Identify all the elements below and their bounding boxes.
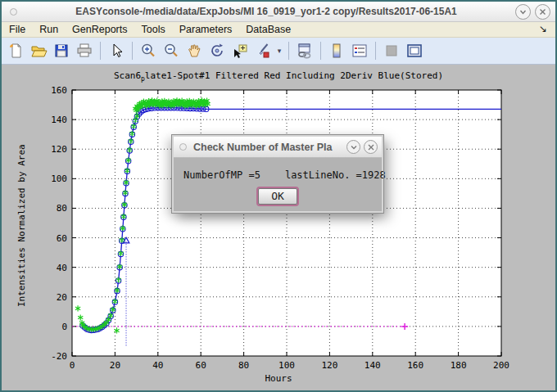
dialog-close-button[interactable] (364, 140, 378, 154)
open-file-button[interactable] (28, 40, 49, 61)
y-tick-label: 100 (51, 173, 67, 184)
x-tick-label: 160 (407, 360, 423, 371)
menu-tools[interactable]: Tools (142, 24, 165, 35)
y-tick-label: 20 (57, 292, 67, 303)
new-file-button[interactable] (5, 40, 26, 61)
dock-figure-button[interactable] (404, 40, 425, 61)
x-tick-label: 200 (493, 360, 509, 371)
x-tick-label: 40 (152, 360, 163, 371)
hide-plot-tools-icon (383, 42, 401, 60)
x-tick-label: 140 (365, 360, 381, 371)
edit-pointer-button[interactable] (106, 40, 127, 61)
menu-database[interactable]: DataBase (246, 24, 291, 35)
pointer-icon (107, 42, 125, 60)
print-icon (75, 42, 93, 60)
y-tick-label: -20 (51, 351, 67, 362)
hide-plot-tools-button (381, 40, 402, 61)
check-master-plates-dialog: Check Number of Master Pla NumberOfMP =5… (172, 135, 383, 213)
dialog-title-bar[interactable]: Check Number of Master Pla (174, 137, 382, 158)
ok-button[interactable]: OK (258, 188, 297, 205)
dialog-window-menu-icon[interactable] (179, 143, 187, 151)
zoom-in-button[interactable] (138, 40, 159, 61)
dialog-message-left: NumberOfMP =5 (183, 169, 260, 181)
y-tick-label: 60 (57, 233, 67, 244)
y-tick-label: 40 (57, 263, 67, 273)
data-cursor-button[interactable] (229, 40, 251, 61)
close-icon (367, 143, 375, 151)
close-button[interactable] (535, 4, 550, 20)
menu-file[interactable]: File (9, 24, 25, 35)
insert-legend-icon (351, 42, 369, 60)
pan-button[interactable] (183, 40, 205, 61)
plot-canvas[interactable]: 020406080100120140160180200-200204060801… (2, 66, 555, 390)
open-file-icon (29, 42, 48, 60)
toolbar-separator (375, 42, 376, 60)
dialog-message: NumberOfMP =5 lastLineNo. =1928 (183, 169, 372, 181)
x-tick-label: 80 (238, 360, 249, 371)
dialog-shade-button[interactable] (346, 140, 360, 154)
zoom-out-button[interactable] (161, 40, 182, 61)
link-plots-button[interactable] (294, 40, 315, 61)
zoom-out-icon (162, 42, 180, 60)
app-window: EASYconsole-/media/data/ExpJobs/MI 16_09… (0, 0, 557, 392)
insert-legend-button[interactable] (349, 40, 370, 61)
x-tick-label: 180 (451, 360, 467, 371)
dock-figure-icon (405, 42, 423, 60)
dialog-title: Check Number of Master Pla (193, 142, 346, 153)
save-button[interactable] (51, 40, 72, 61)
toolbar-separator (320, 42, 321, 60)
chevron-down-icon (519, 7, 528, 16)
insert-colorbar-button[interactable] (326, 40, 347, 61)
print-button[interactable] (74, 40, 95, 61)
insert-colorbar-icon (328, 42, 346, 60)
chevron-down-icon (350, 143, 358, 151)
x-tick-label: 0 (70, 360, 75, 371)
zoom-in-icon (139, 42, 157, 60)
toolbar-separator (100, 42, 101, 60)
y-tick-label: 120 (51, 144, 67, 155)
menu-genreports[interactable]: GenReports (72, 24, 127, 35)
figure-area: Scan6plate1-Spot#1 Filtered Red Includin… (2, 66, 555, 390)
x-tick-label: 120 (321, 360, 337, 371)
close-icon (538, 7, 547, 16)
y-tick-label: 80 (57, 203, 67, 214)
rotate-3d-button[interactable] (206, 40, 228, 61)
title-bar[interactable]: EASYconsole-/media/data/ExpJobs/MI 16_09… (2, 2, 555, 22)
menu-bar: File Run GenReports Tools Parameters Dat… (2, 22, 555, 38)
shade-button[interactable] (515, 4, 531, 20)
figure-toolbar: ▾ (2, 38, 555, 65)
brush-button[interactable] (252, 40, 274, 61)
new-file-icon (7, 42, 25, 60)
save-icon (52, 42, 70, 60)
menu-parameters[interactable]: Parameters (179, 24, 233, 35)
menu-tearoff-icon[interactable]: ↘ (539, 23, 547, 34)
dialog-message-right: lastLineNo. =1928 (285, 169, 386, 181)
y-tick-label: 160 (51, 85, 67, 96)
x-tick-label: 100 (278, 360, 295, 371)
brush-dropdown-caret[interactable]: ▾ (275, 47, 283, 55)
rotate-3d-icon (208, 42, 226, 60)
toolbar-separator (288, 42, 289, 60)
link-plots-icon (296, 42, 314, 60)
x-tick-label: 20 (110, 360, 120, 371)
y-tick-label: 140 (51, 115, 67, 125)
data-cursor-icon (231, 42, 249, 60)
menu-run[interactable]: Run (39, 24, 58, 35)
window-menu-icon[interactable] (10, 8, 17, 16)
window-title: EASYconsole-/media/data/ExpJobs/MI 16_09… (34, 6, 498, 17)
x-tick-label: 60 (196, 360, 206, 371)
toolbar-separator (132, 42, 133, 60)
y-tick-label: 0 (61, 322, 67, 332)
brush-icon (254, 42, 272, 60)
pan-hand-icon (185, 42, 203, 60)
